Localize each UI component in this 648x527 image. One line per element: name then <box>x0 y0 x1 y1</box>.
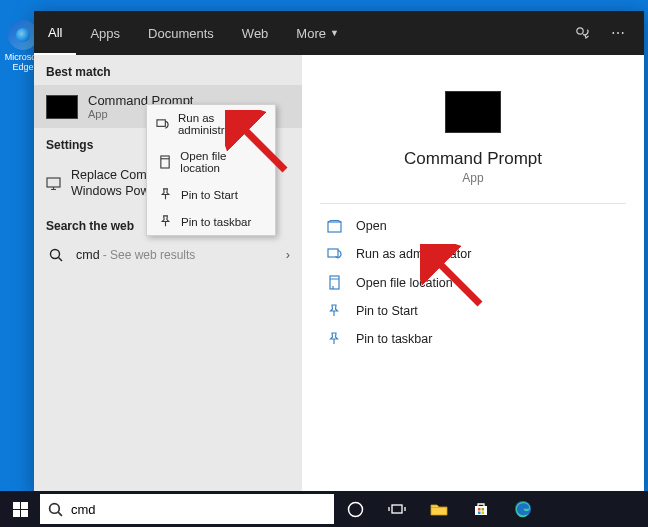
svg-rect-15 <box>431 507 447 508</box>
preview-title: Command Prompt <box>404 149 542 169</box>
preview-subtitle: App <box>462 171 483 185</box>
action-pin-start[interactable]: Pin to Start <box>320 297 626 325</box>
search-icon <box>48 502 63 517</box>
folder-icon <box>156 155 173 169</box>
search-tabs: All Apps Documents Web More▼ ⋯ <box>34 11 644 55</box>
best-match-header: Best match <box>34 55 302 85</box>
tab-more[interactable]: More▼ <box>282 11 353 55</box>
ctx-open-location[interactable]: Open file location <box>147 143 275 181</box>
open-icon <box>324 220 344 233</box>
tab-all[interactable]: All <box>34 11 76 55</box>
tab-documents[interactable]: Documents <box>134 11 228 55</box>
command-prompt-icon <box>46 95 78 119</box>
shield-icon <box>156 118 171 131</box>
windows-logo-icon <box>13 502 28 517</box>
svg-rect-17 <box>482 508 485 511</box>
svg-rect-19 <box>482 512 485 515</box>
start-button[interactable] <box>0 491 40 527</box>
svg-rect-16 <box>478 508 481 511</box>
svg-point-0 <box>577 28 583 34</box>
options-icon[interactable]: ⋯ <box>600 11 636 55</box>
svg-point-2 <box>51 249 60 258</box>
taskbar-search-input[interactable] <box>71 502 326 517</box>
web-query: cmd <box>76 248 100 262</box>
taskbar-edge[interactable] <box>502 491 544 527</box>
task-view-button[interactable] <box>376 491 418 527</box>
preview-pane: Command Prompt App Open Run as administr… <box>302 55 644 491</box>
ctx-pin-taskbar[interactable]: Pin to taskbar <box>147 208 275 235</box>
monitor-icon <box>46 177 61 190</box>
shield-icon <box>324 247 344 261</box>
taskbar-explorer[interactable] <box>418 491 460 527</box>
pin-taskbar-icon <box>324 332 344 346</box>
tab-apps[interactable]: Apps <box>76 11 134 55</box>
action-pin-taskbar[interactable]: Pin to taskbar <box>320 325 626 353</box>
action-open-location[interactable]: Open file location <box>320 268 626 297</box>
svg-point-13 <box>348 502 362 516</box>
web-suffix: - See web results <box>103 248 196 262</box>
svg-rect-5 <box>330 276 339 289</box>
taskbar <box>0 491 648 527</box>
context-menu: Run as administrator Open file location … <box>146 104 276 236</box>
ctx-pin-start[interactable]: Pin to Start <box>147 181 275 208</box>
cortana-button[interactable] <box>334 491 376 527</box>
folder-icon <box>324 275 344 290</box>
chevron-right-icon: › <box>286 248 290 262</box>
svg-point-12 <box>50 503 60 513</box>
svg-rect-18 <box>478 512 481 515</box>
svg-rect-3 <box>328 222 341 232</box>
search-icon <box>46 248 66 262</box>
svg-rect-6 <box>157 119 165 126</box>
search-panel: All Apps Documents Web More▼ ⋯ Best matc… <box>34 11 644 491</box>
taskbar-search[interactable] <box>40 494 334 524</box>
divider <box>320 203 626 204</box>
ctx-run-admin[interactable]: Run as administrator <box>147 105 275 143</box>
pin-start-icon <box>324 304 344 318</box>
svg-rect-14 <box>392 505 402 513</box>
svg-rect-1 <box>47 178 60 187</box>
web-result[interactable]: cmd - See web results › <box>34 239 302 271</box>
svg-rect-7 <box>161 156 169 168</box>
pin-start-icon <box>156 188 174 201</box>
preview-app-icon <box>445 91 501 133</box>
tab-web[interactable]: Web <box>228 11 283 55</box>
action-run-admin[interactable]: Run as administrator <box>320 240 626 268</box>
pin-taskbar-icon <box>156 215 174 228</box>
svg-rect-4 <box>328 249 338 257</box>
action-open[interactable]: Open <box>320 212 626 240</box>
feedback-icon[interactable] <box>564 11 600 55</box>
taskbar-store[interactable] <box>460 491 502 527</box>
